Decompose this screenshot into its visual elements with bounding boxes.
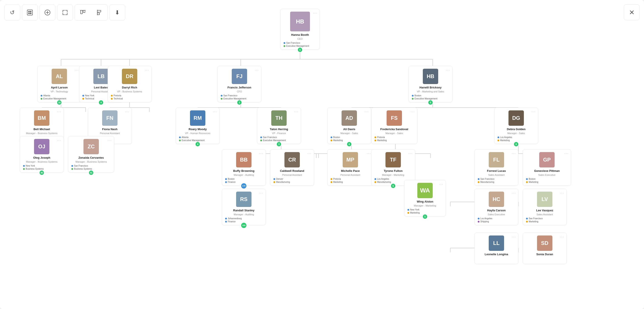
node-title-leonelle [478, 257, 515, 260]
add-button[interactable] [40, 4, 55, 20]
node-caldwell-rowland[interactable]: ··· CR Caldwell Rowland Personal Assista… [270, 149, 314, 186]
node-menu-debra[interactable]: ··· [532, 110, 536, 114]
avatar-fiona: FN [102, 110, 118, 126]
node-menu-oleg[interactable]: ··· [57, 138, 61, 142]
node-darryl-rich[interactable]: ··· DR Darryl Rich VP - Business Systems… [108, 66, 152, 102]
count-francis[interactable]: 2 [237, 100, 242, 105]
count-debra[interactable]: 6 [514, 142, 519, 147]
node-menu-francis[interactable]: ··· [255, 68, 259, 72]
frame-button[interactable] [22, 4, 38, 20]
count-april[interactable]: 18 [57, 100, 62, 105]
node-title-forrest: Sales Assistant [478, 173, 515, 176]
node-harwill-bricksey[interactable]: ··· HB Harwill Bricksey VP - Marketing a… [408, 66, 452, 102]
node-name-harwill: Harwill Bricksey [412, 86, 449, 89]
node-name-roary: Roary Moody [179, 127, 216, 131]
node-menu-randall[interactable]: ··· [259, 191, 263, 195]
node-menu-april[interactable]: ··· [75, 68, 79, 72]
fullscreen-button[interactable] [57, 4, 73, 20]
node-tags-buffy: Boston Finance [225, 178, 262, 183]
node-menu-roary[interactable]: ··· [213, 110, 217, 114]
node-menu-bell[interactable]: ··· [57, 110, 61, 114]
avatar-randall: RS [236, 192, 252, 207]
node-menu-leonelle[interactable]: ··· [512, 235, 516, 239]
node-menu-michelle[interactable]: ··· [367, 152, 371, 156]
node-wing-alston[interactable]: ··· WA Wing Alston Manager - Marketing N… [404, 180, 446, 216]
node-roary-moody[interactable]: ··· RM Roary Moody VP - Human Resources … [176, 107, 220, 144]
node-menu-genevieve[interactable]: ··· [564, 152, 569, 156]
node-title-roary: VP - Human Resources [179, 132, 216, 135]
node-menu-harwill[interactable]: ··· [446, 68, 450, 72]
node-oleg-joseph[interactable]: ··· OJ Oleg Joseph Manager - Business Sy… [20, 136, 64, 173]
node-tags-michelle: Pretoria Marketing [330, 178, 370, 183]
undo-button[interactable]: ↺ [4, 4, 20, 20]
count-hanna[interactable]: 5 [298, 47, 303, 52]
avatar-harwill: HB [423, 69, 438, 84]
count-randall[interactable]: 106 [241, 222, 247, 229]
node-menu-tyrone[interactable]: ··· [408, 152, 413, 156]
node-menu-sonia[interactable]: ··· [560, 235, 564, 239]
node-talon-herring[interactable]: ··· TH Talon Herring VP - Finance San Fr… [257, 107, 301, 144]
node-title-wing: Manager - Marketing [408, 204, 442, 207]
avatar-wing: WA [417, 183, 433, 198]
node-menu-buffy[interactable]: ··· [259, 152, 263, 156]
node-randall-stanley[interactable]: ··· RS Randall Stanley Manager - Auditin… [222, 189, 266, 225]
node-tags-randall: Johannesburg Finance [225, 217, 262, 223]
close-button[interactable]: ✕ [624, 4, 640, 20]
node-zenaida-cervantes[interactable]: ··· ZC Zenaida Cervantes Manager - Busin… [68, 136, 114, 173]
node-hayfa-carson[interactable]: ··· HC Hayfa Carson Sales Executive Los … [474, 189, 518, 225]
node-name-oleg: Oleg Joseph [23, 156, 60, 160]
node-april-larson[interactable]: ··· AL April Larson VP - Technology Atla… [37, 66, 81, 102]
node-name-caldwell: Caldwell Rowland [274, 169, 311, 173]
count-oleg[interactable]: 40 [39, 170, 44, 175]
node-fredericka-sandoval[interactable]: ··· FS Fredericka Sandoval Manager - Sal… [371, 107, 417, 144]
node-menu-hanna[interactable]: ··· [313, 11, 318, 15]
node-tags-caldwell: Denver Manufacturing [274, 178, 311, 183]
node-leonelle-longina[interactable]: ··· LL Leonelle Longina [474, 233, 518, 264]
node-michelle-pace[interactable]: ··· MP Michelle Pace Personal Assistant … [327, 149, 374, 186]
node-menu-hayfa[interactable]: ··· [512, 191, 516, 195]
node-menu-zenaida[interactable]: ··· [108, 138, 112, 142]
node-sonia-duran[interactable]: ··· SD Sonia Duran [523, 233, 567, 264]
node-name-wing: Wing Alston [408, 200, 442, 204]
align-top-button[interactable] [75, 4, 91, 20]
node-menu-forrest[interactable]: ··· [512, 152, 516, 156]
count-buffy[interactable]: 170 [241, 183, 247, 189]
download-button[interactable]: ⬇ [110, 4, 125, 20]
avatar-levi: LB [93, 69, 109, 84]
node-lee-vasquez[interactable]: ··· LV Lee Vasquez Sales Assistant San F… [523, 189, 567, 225]
node-genevieve-pittman[interactable]: ··· GP Genevieve Pittman Sales Executive… [523, 149, 571, 186]
svg-rect-11 [97, 10, 101, 12]
count-talon[interactable]: 3 [276, 142, 282, 147]
node-menu-ali[interactable]: ··· [364, 110, 369, 114]
count-tyrone[interactable]: 6 [390, 183, 396, 189]
node-title-hanna: CEO [284, 37, 316, 40]
count-roary[interactable]: 4 [195, 142, 200, 147]
node-menu-fredericka[interactable]: ··· [411, 110, 415, 114]
node-menu-fiona[interactable]: ··· [125, 110, 129, 114]
count-zenaida[interactable]: 41 [88, 170, 94, 175]
avatar-leonelle: LL [489, 236, 504, 251]
node-name-tyrone: Tyrone Fulton [374, 169, 412, 173]
node-name-leonelle: Leonelle Longina [478, 253, 515, 256]
node-title-darryl: VP - Business Systems [111, 90, 148, 93]
node-title-ali: Manager - Sales [330, 132, 368, 135]
count-ali[interactable]: 6 [346, 142, 352, 147]
count-wing[interactable]: 5 [422, 214, 428, 219]
node-francis-jefferson[interactable]: ··· FJ Francis Jefferson CFO San Francis… [218, 66, 262, 102]
node-menu-wing[interactable]: ··· [439, 182, 444, 186]
node-menu-talon[interactable]: ··· [294, 110, 298, 114]
node-hanna-booth[interactable]: ··· HB Hanna Booth CEO San Francisco Exe… [280, 9, 320, 50]
node-buffy-browning[interactable]: ··· BB Buffy Browning Manager - Auditing… [222, 149, 266, 186]
node-debra-golden[interactable]: ··· DG Debra Golden Manager - Sales Los … [494, 107, 538, 144]
node-menu-caldwell[interactable]: ··· [308, 152, 312, 156]
node-ali-davis[interactable]: ··· AD Ali Davis Manager - Sales Boston … [327, 107, 371, 144]
node-menu-lee[interactable]: ··· [560, 191, 564, 195]
align-left-button[interactable] [92, 4, 108, 20]
node-title-sonia [526, 257, 564, 260]
node-name-debra: Debra Golden [498, 127, 535, 131]
svg-rect-2 [30, 11, 32, 12]
count-levi[interactable]: 4 [98, 100, 104, 105]
count-harwill[interactable]: 6 [428, 100, 433, 105]
node-forrest-lucas[interactable]: ··· FL Forrest Lucas Sales Assistant San… [474, 149, 518, 186]
node-menu-darryl[interactable]: ··· [145, 68, 149, 72]
